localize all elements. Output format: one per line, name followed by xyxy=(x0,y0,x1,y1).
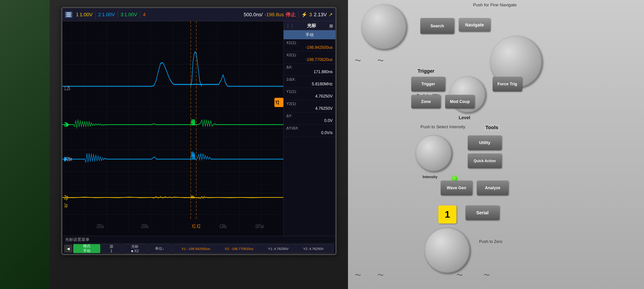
cursor-button[interactable]: 光标 ■ X2 xyxy=(122,244,147,253)
wave-decoration-3: 〜 xyxy=(355,271,361,280)
svg-text:1p: 1p xyxy=(64,202,68,208)
trigger-button[interactable]: Trigger xyxy=(411,77,445,91)
sidebar-header: ⋮⋮ 光标 ▦ xyxy=(284,21,335,30)
trigger-voltage: 2.13V xyxy=(314,12,327,18)
wave-gen-button[interactable]: Wave Gen xyxy=(441,181,472,195)
intensity-label: Intensity xyxy=(422,175,438,179)
svg-rect-1 xyxy=(62,21,283,236)
bottom-buttons: ◀ 模式 手动 源 1 光标 ■ X2 单位 ↓ xyxy=(62,243,335,254)
level-label: Level xyxy=(459,115,470,120)
screen-main: -291u -200u X1 X2 -138u -197us 1.25 2▶ ▶… xyxy=(62,21,335,236)
cursor-label-bottom: ■ X2 xyxy=(131,249,139,253)
svg-rect-17 xyxy=(274,98,283,107)
ch1-scale: 1.00V xyxy=(80,12,93,18)
y2-info: Y2: 4.76250V xyxy=(303,247,324,251)
unit-icon: ↓ xyxy=(162,247,164,251)
trigger-number: 3 xyxy=(309,12,312,18)
intensity-knob[interactable] xyxy=(416,135,452,172)
svg-text:-197us: -197us xyxy=(254,223,264,229)
zone-button[interactable]: Zone xyxy=(411,95,441,108)
waveform-area: -291u -200u X1 X2 -138u -197us 1.25 2▶ ▶… xyxy=(62,21,283,236)
menu-icon[interactable] xyxy=(65,11,72,18)
y1-measurement: Y1(1): 4.76250V xyxy=(284,88,335,100)
divider-4 xyxy=(298,11,298,18)
time-offset: -198.8us xyxy=(264,12,284,18)
svg-text:Y2: Y2 xyxy=(275,99,279,105)
sidebar-tabs: 手动 xyxy=(284,30,335,39)
ch2-scale: 1.00V xyxy=(102,12,115,18)
svg-text:▶: ▶ xyxy=(64,156,67,163)
x2-measurement: X2(1): -198.770620us xyxy=(284,51,335,64)
force-trig-button[interactable]: Force Trig xyxy=(492,77,522,91)
wave-decoration-1: 〜 xyxy=(355,56,361,65)
position-knob[interactable] xyxy=(362,4,407,50)
wave-decoration-6: 〜 xyxy=(484,271,490,280)
y2-measurement: Y2(1): 4.76250V xyxy=(284,100,335,112)
number-badge: 1 xyxy=(438,206,456,224)
unit-button[interactable]: 单位 ↓ xyxy=(148,244,171,253)
acquisition-status: 停止 xyxy=(286,11,296,18)
search-button[interactable]: Search xyxy=(420,18,454,34)
dx-value: 171.880ns xyxy=(286,69,332,74)
x2-label: X2(1): xyxy=(286,53,332,57)
left-background xyxy=(0,0,50,289)
sidebar-title: 光标 xyxy=(307,22,316,29)
y2-value: 4.76250V xyxy=(286,106,332,111)
trigger-section-label: Trigger xyxy=(416,68,436,74)
ch3-number: 3 xyxy=(121,12,124,18)
x1-label: X1(1): xyxy=(286,41,332,45)
svg-text:X1 X2: X1 X2 xyxy=(192,223,200,229)
wave-decoration-2: 〜 xyxy=(377,56,384,65)
screen-bezel: 1 1.00V 2 1.00V 3 1.00V 4 500.0ns xyxy=(61,7,337,255)
svg-text:1.25: 1.25 xyxy=(64,85,70,91)
svg-text:-138u: -138u xyxy=(219,223,227,229)
mod-coup-button[interactable]: Mod Coup xyxy=(445,95,474,108)
bottom-menu-label: 光标设置菜单 xyxy=(62,236,335,243)
y1-value: 4.76250V xyxy=(286,94,332,99)
timebase-value: 500.0ns/ xyxy=(244,12,262,18)
ch1-indicator: 1 1.00V xyxy=(76,12,93,18)
y1-label: Y1(1): xyxy=(286,89,332,94)
control-panel: 〜 〜 〜 〜 Search Push for Fine Navigate Na… xyxy=(348,0,644,289)
navigate-button[interactable]: Navigate xyxy=(459,18,490,32)
analyze-button[interactable]: Analyze xyxy=(477,181,508,195)
divider-1 xyxy=(95,11,96,18)
utility-button[interactable]: Utility xyxy=(468,135,502,150)
tools-section-label: Tools xyxy=(484,124,500,131)
mode-button[interactable]: 模式 手动 xyxy=(73,244,100,253)
screen: 1 1.00V 2 1.00V 3 1.00V 4 500.0ns xyxy=(62,8,335,254)
sidebar-panel: ⋮⋮ 光标 ▦ 手动 X1(1): -198.942500us X2(1): -… xyxy=(283,21,335,236)
push-for-fine-navigate-label: Push for Fine Navigate xyxy=(459,2,531,8)
oscilloscope-body: 1 1.00V 2 1.00V 3 1.00V 4 500.0ns xyxy=(50,0,348,289)
ch3-indicator: 3 1.00V xyxy=(121,12,138,18)
ch4-number: 4 xyxy=(143,12,146,18)
ch3-scale: 1.00V xyxy=(124,12,138,18)
sidebar-tab-manual[interactable]: 手动 xyxy=(284,30,335,39)
inv-dx-value: 5.8180MHz xyxy=(286,82,332,86)
svg-text:-291u: -291u xyxy=(96,223,104,229)
quick-action-button[interactable]: Quick Action xyxy=(468,154,502,168)
arrow-button[interactable]: ◀ xyxy=(64,245,72,253)
svg-text:-725n: -725n xyxy=(64,156,72,162)
dy-measurement: ΔY: 0.0V xyxy=(284,112,335,125)
dx-measurement: ΔX: 171.880ns xyxy=(284,64,335,76)
cursor-label-top: 光标 xyxy=(131,244,138,249)
dx-label: ΔX: xyxy=(286,65,332,69)
x1-value: -198.942500us xyxy=(286,45,332,50)
dy-dx-label: ΔY/ΔX: xyxy=(286,126,332,130)
screen-header: 1 1.00V 2 1.00V 3 1.00V 4 500.0ns xyxy=(62,8,335,21)
bottom-knob[interactable] xyxy=(425,228,470,273)
x1-info: X1: -198.942500us xyxy=(182,247,210,251)
ch1-number: 1 xyxy=(76,12,79,18)
ch4-indicator: 4 xyxy=(143,12,146,18)
auto-icon: ↗ xyxy=(328,12,332,18)
divider-3 xyxy=(140,11,140,18)
mode-label-bottom: 手动 xyxy=(83,249,90,253)
waveform-svg: -291u -200u X1 X2 -138u -197us 1.25 2▶ ▶… xyxy=(62,21,283,236)
dy-value: 0.0V xyxy=(286,118,332,123)
serial-button[interactable]: Serial xyxy=(466,206,500,220)
svg-rect-2 xyxy=(62,21,283,236)
source-button[interactable]: 源 1 xyxy=(101,244,122,253)
trigger-channel: ⚡ xyxy=(301,12,307,18)
x2-info: X2: -198.770620us xyxy=(225,247,254,251)
